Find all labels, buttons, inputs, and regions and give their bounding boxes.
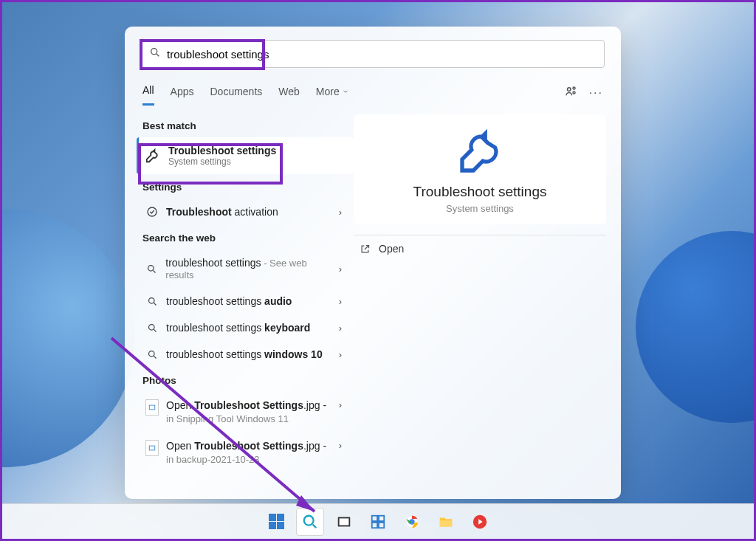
svg-point-5 xyxy=(148,207,157,216)
best-match-result[interactable]: Troubleshoot settings System settings xyxy=(137,137,354,174)
search-input[interactable] xyxy=(161,48,597,61)
svg-rect-24 xyxy=(372,522,377,527)
wrench-icon xyxy=(145,148,161,164)
filter-tabs: All Apps Documents Web More ··· xyxy=(125,75,621,106)
svg-point-2 xyxy=(567,88,571,92)
svg-point-0 xyxy=(151,49,157,55)
svg-line-9 xyxy=(154,303,156,305)
web-result-item[interactable]: troubleshoot settings keyboard › xyxy=(141,314,346,341)
more-options-icon[interactable]: ··· xyxy=(589,86,603,100)
image-thumb-icon xyxy=(145,440,159,456)
task-view-icon[interactable] xyxy=(330,508,358,536)
results-column: Best match Troubleshoot settings System … xyxy=(125,106,354,493)
start-button[interactable] xyxy=(262,508,290,536)
file-explorer-icon[interactable] xyxy=(432,508,460,536)
web-result-item[interactable]: troubleshoot settings audio › xyxy=(141,288,346,314)
wrench-icon xyxy=(361,129,599,176)
svg-point-10 xyxy=(148,324,154,330)
search-icon xyxy=(145,349,159,360)
svg-line-1 xyxy=(157,54,159,56)
svg-rect-29 xyxy=(440,520,453,526)
open-button[interactable]: Open xyxy=(354,235,606,262)
open-label: Open xyxy=(379,243,404,255)
svg-point-3 xyxy=(573,87,575,89)
chevron-right-icon: › xyxy=(339,296,342,307)
photo-result-item[interactable]: Open Troubleshoot Settings.jpg - in Snip… xyxy=(141,392,346,433)
svg-point-8 xyxy=(148,297,154,303)
settings-result-item[interactable]: Troubleshoot activation › xyxy=(141,199,346,225)
web-header: Search the web xyxy=(142,232,346,244)
search-icon xyxy=(145,263,158,275)
start-search-panel: All Apps Documents Web More ··· Best mat… xyxy=(125,27,621,499)
search-icon xyxy=(145,323,159,334)
check-icon xyxy=(145,206,159,218)
search-icon xyxy=(145,296,159,307)
preview-card: Troubleshoot settings System settings xyxy=(354,114,606,224)
best-match-title: Troubleshoot settings xyxy=(168,145,276,156)
web-result-item[interactable]: troubleshoot settings - See web results … xyxy=(141,249,346,288)
chevron-right-icon: › xyxy=(339,323,342,334)
search-taskbar-icon[interactable] xyxy=(296,508,324,536)
app-icon[interactable] xyxy=(466,508,494,536)
wallpaper-shape xyxy=(636,231,756,423)
photos-header: Photos xyxy=(142,375,346,386)
tab-all[interactable]: All xyxy=(142,80,154,106)
chevron-down-icon xyxy=(342,88,349,95)
chevron-right-icon: › xyxy=(339,263,342,275)
chrome-icon[interactable] xyxy=(398,508,426,536)
svg-rect-21 xyxy=(340,518,349,525)
best-match-header: Best match xyxy=(142,120,346,131)
tab-apps[interactable]: Apps xyxy=(171,81,194,105)
svg-point-4 xyxy=(573,92,575,94)
svg-line-13 xyxy=(154,356,156,358)
account-icon[interactable] xyxy=(564,85,577,100)
search-box[interactable] xyxy=(141,40,605,68)
best-match-subtitle: System settings xyxy=(168,156,276,167)
svg-rect-14 xyxy=(149,405,155,410)
svg-rect-23 xyxy=(379,515,384,520)
svg-point-12 xyxy=(148,351,154,356)
settings-header: Settings xyxy=(142,182,346,193)
chevron-right-icon: › xyxy=(339,440,342,451)
tab-web[interactable]: Web xyxy=(278,81,300,105)
search-icon xyxy=(149,46,161,61)
svg-line-19 xyxy=(313,524,317,528)
svg-rect-22 xyxy=(372,515,377,520)
svg-point-18 xyxy=(304,515,314,525)
web-result-item[interactable]: troubleshoot settings windows 10 › xyxy=(141,341,346,368)
tab-documents[interactable]: Documents xyxy=(210,81,262,105)
svg-line-7 xyxy=(154,270,156,272)
photo-result-item[interactable]: Open Troubleshoot Settings.jpg - in back… xyxy=(141,433,346,473)
svg-rect-25 xyxy=(379,522,384,527)
chevron-right-icon: › xyxy=(339,349,342,360)
svg-line-11 xyxy=(154,329,156,331)
chevron-right-icon: › xyxy=(339,207,342,218)
open-icon xyxy=(358,244,371,255)
chevron-right-icon: › xyxy=(339,399,342,410)
tab-more[interactable]: More xyxy=(316,81,349,105)
svg-rect-15 xyxy=(149,446,155,450)
preview-column: Troubleshoot settings System settings Op… xyxy=(354,106,621,493)
svg-point-6 xyxy=(148,265,154,271)
widgets-icon[interactable] xyxy=(364,508,392,536)
preview-subtitle: System settings xyxy=(361,203,599,214)
preview-title: Troubleshoot settings xyxy=(361,184,599,200)
image-thumb-icon xyxy=(145,399,159,416)
taskbar xyxy=(2,503,754,539)
